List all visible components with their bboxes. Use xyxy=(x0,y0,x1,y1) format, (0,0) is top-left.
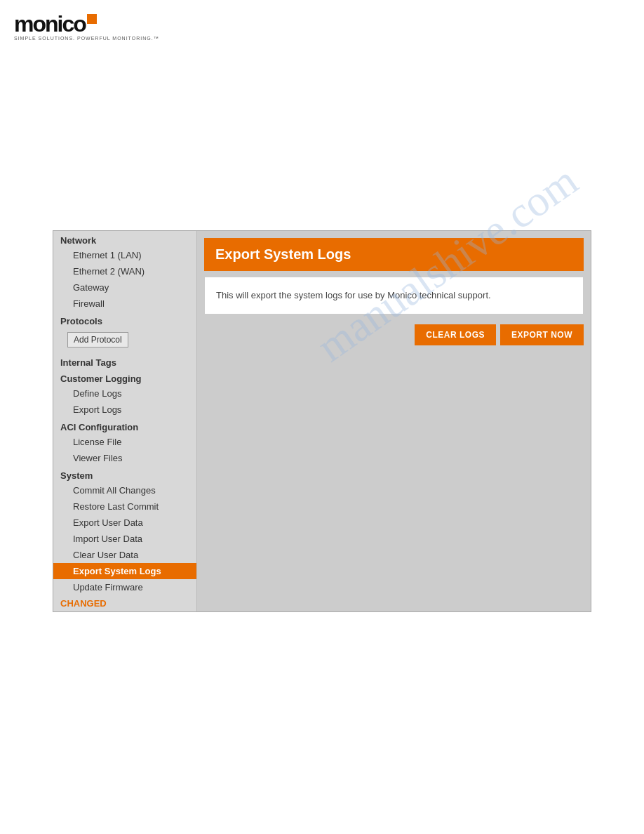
sidebar-item-export-system-logs[interactable]: Export System Logs xyxy=(53,563,196,579)
sidebar-item-update-firmware[interactable]: Update Firmware xyxy=(53,579,196,595)
sidebar-item-commit-all[interactable]: Commit All Changes xyxy=(53,482,196,498)
panel-body: This will export the system logs for use… xyxy=(204,277,584,315)
sidebar-item-firewall[interactable]: Firewall xyxy=(53,296,196,312)
sidebar-section-network: Network xyxy=(53,231,196,247)
clear-logs-button[interactable]: CLEAR LOGS xyxy=(415,324,496,345)
sidebar-item-export-user[interactable]: Export User Data xyxy=(53,515,196,531)
sidebar-item-viewer-files[interactable]: Viewer Files xyxy=(53,450,196,466)
panel-title: Export System Logs xyxy=(204,238,584,271)
sidebar-section-system: System xyxy=(53,466,196,482)
logo-text: monico xyxy=(14,13,86,35)
sidebar-item-restore-last[interactable]: Restore Last Commit xyxy=(53,498,196,515)
sidebar-item-gateway[interactable]: Gateway xyxy=(53,279,196,296)
panel-actions: CLEAR LOGS EXPORT NOW xyxy=(204,320,584,350)
sidebar-section-protocols: Protocols xyxy=(53,312,196,328)
sidebar-section-aci-config: ACI Configuration xyxy=(53,418,196,434)
logo-icon xyxy=(87,14,97,24)
sidebar-item-export-logs[interactable]: Export Logs xyxy=(53,402,196,418)
logo: monico SIMPLE SOLUTIONS. POWERFUL MONITO… xyxy=(14,13,630,41)
sidebar-item-define-logs[interactable]: Define Logs xyxy=(53,385,196,402)
sidebar-section-internal-tags: Internal Tags xyxy=(53,353,196,369)
export-now-button[interactable]: EXPORT NOW xyxy=(500,324,584,345)
main-content: Network Ethernet 1 (LAN) Ethernet 2 (WAN… xyxy=(53,230,591,612)
header: monico SIMPLE SOLUTIONS. POWERFUL MONITO… xyxy=(0,0,644,48)
logo-tagline: SIMPLE SOLUTIONS. POWERFUL MONITORING.™ xyxy=(14,36,159,41)
sidebar-section-customer-logging: Customer Logging xyxy=(53,369,196,385)
sidebar-item-clear-user[interactable]: Clear User Data xyxy=(53,547,196,563)
sidebar: Network Ethernet 1 (LAN) Ethernet 2 (WAN… xyxy=(53,231,197,611)
sidebar-item-ethernet1[interactable]: Ethernet 1 (LAN) xyxy=(53,247,196,263)
right-panel: Export System Logs This will export the … xyxy=(197,231,591,611)
panel-description: This will export the system logs for use… xyxy=(216,289,572,303)
sidebar-item-import-user[interactable]: Import User Data xyxy=(53,531,196,547)
sidebar-item-license-file[interactable]: License File xyxy=(53,434,196,450)
sidebar-changed-label: CHANGED xyxy=(53,595,196,611)
sidebar-item-ethernet2[interactable]: Ethernet 2 (WAN) xyxy=(53,263,196,279)
sidebar-item-add-protocol[interactable]: Add Protocol xyxy=(67,332,128,348)
